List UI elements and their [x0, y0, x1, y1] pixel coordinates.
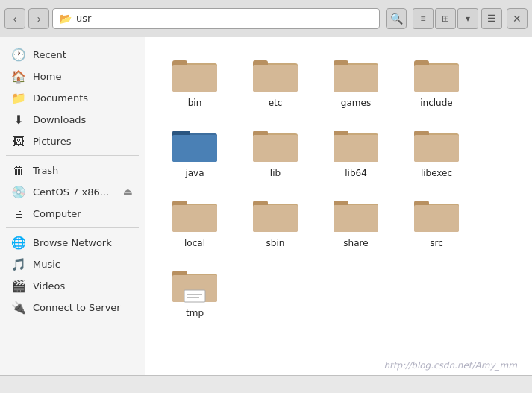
sidebar-label-documents: Documents	[33, 92, 88, 104]
grid-view-button[interactable]: ⊞	[435, 8, 456, 29]
svg-rect-14	[172, 135, 217, 162]
sidebar-label-recent: Recent	[33, 49, 66, 60]
sidebar-item-videos[interactable]: 🎬Videos	[3, 275, 142, 296]
sidebar-item-connect[interactable]: 🔌Connect to Server	[3, 297, 142, 318]
folder-icon-lib	[251, 125, 299, 165]
back-button[interactable]: ‹	[4, 8, 25, 29]
sidebar-label-connect: Connect to Server	[33, 302, 121, 313]
trash-icon: 🗑	[12, 163, 25, 177]
search-icon: 🔍	[390, 13, 403, 25]
forward-button[interactable]: ›	[28, 8, 49, 29]
videos-icon: 🎬	[12, 279, 25, 292]
folder-icon-libexec	[413, 125, 460, 165]
network-icon: 🌐	[12, 236, 25, 249]
file-grid: bin etc games include java lib lib64	[157, 49, 520, 324]
sidebar-item-music[interactable]: 🎵Music	[3, 254, 142, 274]
close-icon: ✕	[513, 13, 522, 25]
sidebar: 🕐Recent🏠Home📁Documents⬇Downloads🖼Picture…	[0, 37, 145, 375]
svg-rect-29	[253, 205, 298, 232]
folder-icon: 📂	[59, 13, 72, 25]
folder-name-java: java	[185, 168, 204, 178]
folder-icon-etc	[251, 54, 299, 95]
folder-icon-local	[171, 195, 219, 235]
svg-rect-26	[172, 205, 217, 232]
folder-icon-share	[332, 195, 380, 235]
sidebar-item-computer[interactable]: 🖥Computer	[3, 203, 142, 224]
folder-item-tmp[interactable]: tmp	[157, 260, 232, 324]
file-browser-content: bin etc games include java lib lib64	[145, 37, 532, 375]
svg-rect-20	[334, 135, 378, 162]
sidebar-item-documents[interactable]: 📁Documents	[3, 87, 142, 108]
svg-rect-5	[253, 65, 298, 92]
downloads-icon: ⬇	[12, 113, 25, 126]
folder-icon-lib64	[332, 125, 380, 165]
folder-name-src: src	[430, 238, 443, 248]
svg-rect-11	[414, 65, 459, 92]
folder-item-share[interactable]: share	[319, 189, 393, 254]
view-dropdown-button[interactable]: ▾	[457, 8, 478, 29]
close-button[interactable]: ✕	[507, 8, 528, 29]
statusbar	[0, 375, 532, 393]
folder-item-etc[interactable]: etc	[238, 49, 313, 113]
folder-icon-tmp	[171, 265, 219, 305]
documents-icon: 📁	[12, 91, 25, 104]
svg-rect-35	[414, 205, 459, 232]
sidebar-item-trash[interactable]: 🗑Trash	[3, 160, 142, 180]
folder-name-sbin: sbin	[266, 238, 285, 248]
list-view-button[interactable]: ≡	[413, 8, 434, 29]
sidebar-item-downloads[interactable]: ⬇Downloads	[3, 109, 142, 130]
folder-item-local[interactable]: local	[157, 189, 232, 254]
sidebar-item-network[interactable]: 🌐Browse Network	[3, 232, 142, 253]
eject-button-centos[interactable]: ⏏	[123, 186, 133, 198]
sidebar-label-network: Browse Network	[33, 237, 112, 248]
folder-name-bin: bin	[188, 98, 202, 108]
folder-name-lib64: lib64	[345, 168, 367, 178]
folder-icon-src	[413, 195, 460, 235]
folder-name-local: local	[184, 238, 205, 248]
menu-button[interactable]: ☰	[481, 8, 502, 29]
sidebar-item-centos[interactable]: 💿CentOS 7 x86...⏏	[3, 181, 142, 202]
sidebar-divider	[6, 227, 139, 228]
centos-icon: 💿	[12, 185, 25, 198]
folder-item-games[interactable]: games	[319, 49, 393, 113]
main-layout: 🕐Recent🏠Home📁Documents⬇Downloads🖼Picture…	[0, 37, 532, 375]
breadcrumb-text: usr	[76, 13, 91, 24]
sidebar-label-trash: Trash	[33, 165, 58, 176]
sidebar-label-centos: CentOS 7 x86...	[33, 186, 109, 198]
sidebar-label-computer: Computer	[33, 208, 81, 219]
folder-item-sbin[interactable]: sbin	[238, 189, 313, 254]
folder-name-games: games	[341, 98, 371, 108]
sidebar-item-recent[interactable]: 🕐Recent	[3, 44, 142, 65]
pictures-icon: 🖼	[12, 134, 25, 148]
forward-icon: ›	[37, 13, 41, 25]
sidebar-label-downloads: Downloads	[33, 114, 86, 125]
sidebar-label-home: Home	[33, 71, 61, 82]
watermark: http://blog.csdn.net/Amy_mm	[384, 360, 518, 371]
folder-item-bin[interactable]: bin	[157, 49, 232, 113]
list-icon: ≡	[420, 13, 425, 24]
folder-item-java[interactable]: java	[157, 119, 232, 183]
recent-icon: 🕐	[12, 48, 25, 61]
folder-name-lib: lib	[270, 168, 281, 178]
folder-name-include: include	[420, 98, 452, 108]
search-button[interactable]: 🔍	[386, 8, 407, 29]
folder-item-libexec[interactable]: libexec	[399, 119, 474, 183]
grid-icon: ⊞	[442, 13, 449, 24]
svg-rect-39	[184, 290, 205, 302]
music-icon: 🎵	[12, 257, 25, 271]
back-icon: ‹	[13, 13, 17, 25]
connect-icon: 🔌	[12, 301, 25, 314]
sidebar-item-pictures[interactable]: 🖼Pictures	[3, 131, 142, 151]
sidebar-item-home[interactable]: 🏠Home	[3, 66, 142, 87]
sidebar-divider	[6, 155, 139, 156]
folder-item-lib[interactable]: lib	[238, 119, 313, 183]
folder-item-include[interactable]: include	[399, 49, 474, 113]
folder-icon-bin	[171, 54, 219, 95]
chevron-down-icon: ▾	[466, 13, 470, 24]
sidebar-label-music: Music	[33, 259, 60, 270]
folder-item-src[interactable]: src	[399, 189, 474, 254]
folder-name-share: share	[343, 238, 368, 248]
svg-rect-17	[253, 135, 298, 162]
svg-rect-2	[172, 65, 217, 92]
folder-item-lib64[interactable]: lib64	[319, 119, 393, 183]
